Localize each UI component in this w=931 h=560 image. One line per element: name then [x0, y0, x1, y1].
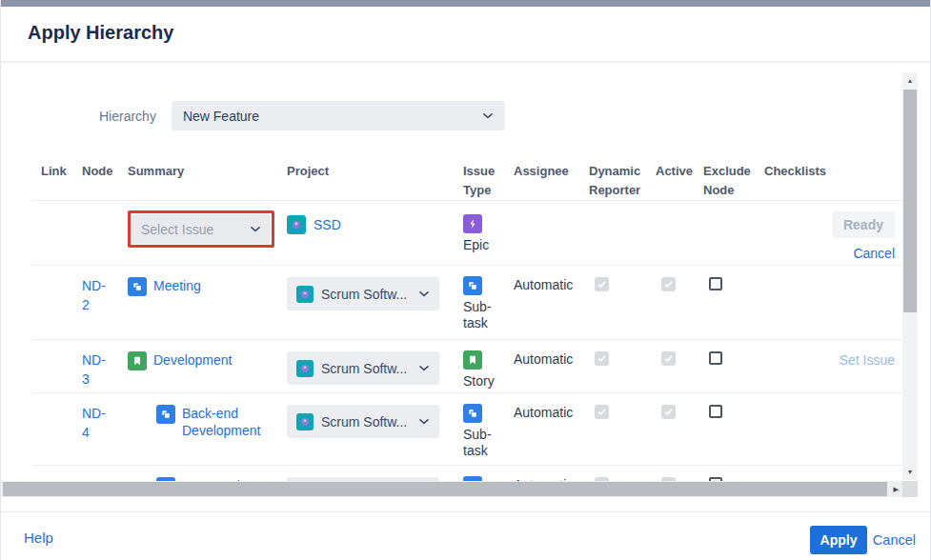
summary-cell: Select Issue	[128, 201, 287, 265]
chevron-down-icon	[250, 226, 261, 233]
row-actions-cell: Ready Cancel	[836, 201, 902, 265]
active-checkbox	[661, 405, 676, 419]
dialog-title: Apply Hierarchy	[28, 22, 173, 44]
select-issue-placeholder: Select Issue	[141, 222, 213, 237]
project-avatar-icon	[296, 413, 314, 430]
scroll-up-arrow-icon[interactable]: ▲	[902, 73, 918, 88]
subtask-icon	[156, 405, 175, 424]
column-header-node: Node	[82, 162, 128, 200]
project-select-value: Scrum Softw...	[321, 361, 407, 376]
table-row: ND-5Front-endScrum Softw...Sub-taskAutom…	[32, 466, 902, 481]
select-issue-highlight: Select Issue	[128, 210, 274, 248]
project-select[interactable]: Scrum Softw...	[287, 277, 439, 310]
dynamic-reporter-checkbox	[595, 405, 609, 419]
project-link[interactable]: SSD	[314, 217, 341, 232]
select-issue-dropdown[interactable]: Select Issue	[132, 214, 271, 244]
chevron-down-icon	[418, 290, 430, 298]
epic-icon	[463, 214, 482, 233]
project-cell: SSD	[287, 201, 463, 265]
help-link[interactable]: Help	[24, 530, 53, 546]
active-checkbox	[661, 277, 676, 291]
subtask-icon	[463, 276, 482, 295]
hierarchy-table: LinkNodeSummaryProjectIssue TypeAssignee…	[32, 162, 902, 481]
hierarchy-label: Hierarchy	[99, 109, 156, 124]
issue-type-label: Epic	[463, 237, 506, 254]
node-link[interactable]: ND-3	[82, 352, 106, 387]
window-top-strip	[1, 0, 930, 7]
hierarchy-select-value: New Feature	[183, 109, 259, 124]
dynamic-reporter-checkbox	[595, 351, 609, 366]
set-issue-link[interactable]: Set Issue	[840, 352, 895, 368]
horizontal-scrollbar-thumb[interactable]	[3, 482, 887, 496]
chevron-down-icon	[418, 365, 430, 372]
exclude-node-cell	[703, 201, 764, 265]
hierarchy-field: Hierarchy New Feature	[99, 101, 902, 130]
story-icon	[463, 350, 482, 370]
chevron-down-icon	[418, 418, 430, 426]
row-cancel-link[interactable]: Cancel	[853, 246, 895, 261]
table-row: ND-4Back-end DevelopmentScrum Softw...Su…	[32, 393, 902, 466]
table-row: ND-2MeetingScrum Softw...Sub-taskAutomat…	[32, 266, 902, 340]
assignee-value: Automatic	[514, 351, 573, 367]
active-cell	[656, 201, 703, 265]
assignee-cell	[514, 201, 589, 265]
column-header-checklists: Checklists	[764, 162, 836, 200]
issue-type-label: Sub-task	[463, 427, 506, 460]
summary-link[interactable]: Development	[153, 351, 233, 369]
exclude-node-checkbox[interactable]	[709, 351, 722, 365]
dialog-header: Apply Hierarchy	[1, 7, 930, 63]
project-avatar-icon	[287, 215, 306, 234]
column-header-link: Link	[32, 162, 82, 200]
project-avatar-icon	[296, 286, 314, 303]
project-avatar-icon	[296, 360, 314, 377]
dynamic-reporter-checkbox	[595, 277, 609, 291]
scroll-right-arrow-icon[interactable]: ▶	[894, 481, 899, 497]
assignee-value: Automatic	[514, 277, 573, 292]
column-header-summary: Summary	[128, 162, 287, 200]
project-select-value: Scrum Softw...	[321, 414, 407, 430]
project-select[interactable]: Scrum Softw...	[287, 351, 439, 385]
story-icon	[128, 351, 147, 370]
table-row: ND-3DevelopmentScrum Softw...StoryAutoma…	[32, 340, 902, 393]
scroll-down-arrow-icon[interactable]: ▼	[902, 465, 918, 479]
column-header-project: Project	[287, 162, 463, 200]
link-cell	[32, 201, 82, 265]
apply-button[interactable]: Apply	[810, 526, 867, 554]
column-header-issue-type: Issue Type	[463, 162, 514, 200]
column-header-dynamic-reporter: Dynamic Reporter	[589, 162, 656, 200]
dialog-body: Hierarchy New Feature LinkNodeSummaryPro…	[1, 65, 902, 481]
project-select[interactable]: Scrum Softw...	[287, 405, 439, 438]
apply-hierarchy-dialog: Apply Hierarchy Hierarchy New Feature Li…	[0, 0, 931, 560]
column-header-actions	[836, 162, 902, 200]
ready-button[interactable]: Ready	[832, 211, 895, 238]
vertical-scrollbar[interactable]: ▲ ▼	[902, 72, 918, 480]
column-header-active: Active	[656, 162, 703, 200]
summary-link[interactable]: Meeting	[153, 277, 201, 294]
dialog-footer: Help Apply Cancel	[1, 511, 931, 560]
chevron-down-icon	[482, 112, 494, 120]
horizontal-scrollbar[interactable]: ▶	[1, 481, 902, 497]
node-cell	[82, 201, 128, 265]
exclude-node-checkbox[interactable]	[709, 405, 722, 418]
exclude-node-checkbox[interactable]	[709, 277, 722, 290]
cancel-link[interactable]: Cancel	[873, 532, 916, 548]
column-header-exclude-node: Exclude Node	[703, 162, 764, 200]
issue-type-cell: Epic	[463, 201, 514, 265]
hierarchy-select[interactable]: New Feature	[172, 101, 505, 130]
column-header-assignee: Assignee	[514, 162, 589, 200]
table-header-row: LinkNodeSummaryProjectIssue TypeAssignee…	[32, 162, 902, 201]
vertical-scrollbar-thumb[interactable]	[903, 90, 917, 312]
node-link[interactable]: ND-2	[82, 278, 106, 312]
summary-link[interactable]: Back-end Development	[182, 405, 279, 439]
checklists-cell	[764, 201, 836, 265]
node-link[interactable]: ND-4	[82, 406, 106, 440]
active-checkbox	[661, 351, 676, 366]
subtask-icon	[463, 404, 482, 423]
project-select-value: Scrum Softw...	[321, 287, 407, 302]
scrollbar-corner	[902, 481, 918, 497]
new-issue-row: Select Issue SSD Epic	[32, 201, 902, 266]
issue-type-label: Story	[463, 373, 506, 390]
assignee-value: Automatic	[514, 405, 573, 420]
dynamic-reporter-cell	[589, 201, 656, 265]
issue-type-label: Sub-task	[463, 299, 506, 332]
